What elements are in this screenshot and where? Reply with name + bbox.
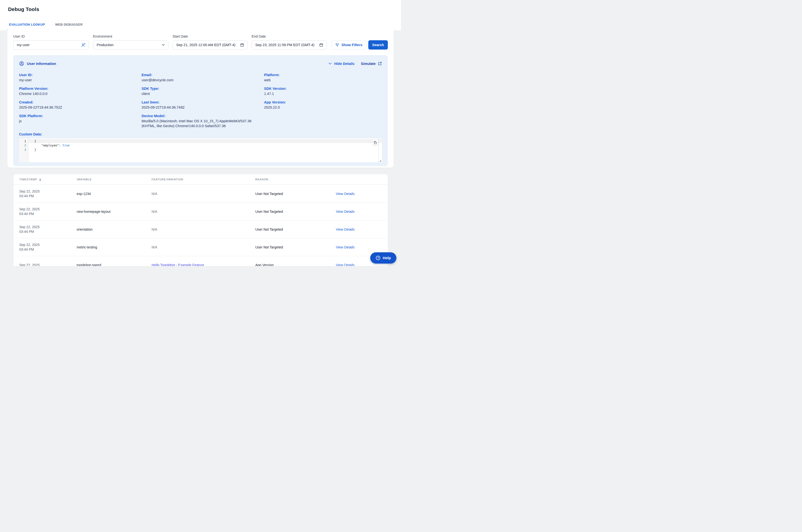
info-last-seen: Last Seen: 2025-09-22T19:44:36.749Z	[141, 100, 264, 110]
evaluation-lookup-card: User ID my-user Environment Production	[7, 28, 394, 168]
end-date-input[interactable]: Sep 23, 2025 11:59 PM EDT (GMT-4)	[252, 40, 327, 50]
start-date-field-group: Start Date Sep 21, 2025 12:00 AM EDT (GM…	[173, 34, 247, 50]
start-date-input[interactable]: Sep 21, 2025 12:00 AM EDT (GMT-4)	[173, 40, 247, 50]
info-created: Created: 2025-09-22T19:44:36.752Z	[19, 100, 141, 110]
start-date-label: Start Date	[173, 34, 247, 39]
editor-scroll-edge	[378, 138, 379, 162]
feature-cell: N/A	[152, 245, 255, 249]
feature-cell: N/A	[152, 210, 255, 213]
user-id-value: my-user	[17, 43, 81, 47]
help-label: Help	[383, 256, 391, 260]
user-info-grid: User ID: my-user Email: user@devcycle.co…	[19, 73, 382, 128]
reason-cell: User Not Targeted	[255, 192, 336, 196]
info-sdk-platform: SDK Platform: js	[19, 113, 141, 128]
question-circle-icon: ?	[376, 255, 381, 260]
feature-cell: Hello Togglebot - Example Feature	[152, 263, 255, 266]
code-line: 2 "employee": true	[19, 144, 382, 148]
user-id-field-group: User ID my-user	[13, 34, 89, 50]
info-email: Email: user@devcycle.com	[141, 73, 264, 82]
info-app-version: App Version: 2025.22.0	[264, 100, 382, 110]
info-platform-version: Platform Version: Chrome 140.0.0.0	[19, 86, 141, 96]
user-circle-icon	[19, 61, 24, 66]
timestamp-cell: Sep 22, 2025 03:44 PM	[19, 243, 77, 252]
view-details-link[interactable]: View Details	[336, 263, 355, 266]
user-id-input[interactable]: my-user	[13, 40, 89, 50]
calendar-icon[interactable]	[240, 43, 244, 47]
user-information-label: User Information	[27, 61, 56, 66]
external-link-icon	[378, 61, 382, 65]
user-information-header: User Information Hide Details Simulate	[19, 61, 382, 66]
table-row: Sep 22, 2025 03:44 PM orientation N/A Us…	[14, 220, 388, 238]
panel-links: Hide Details Simulate	[328, 61, 382, 66]
start-date-value: Sep 21, 2025 12:00 AM EDT (GMT-4)	[176, 43, 240, 47]
calendar-icon[interactable]	[319, 43, 323, 47]
person-add-icon[interactable]	[81, 43, 86, 48]
feature-link[interactable]: Hello Togglebot - Example Feature	[152, 263, 204, 266]
view-details-link[interactable]: View Details	[336, 210, 355, 213]
copy-button[interactable]	[373, 139, 378, 145]
search-button[interactable]: Search	[368, 40, 388, 50]
table-row: Sep 22, 2025 togglebot-speed Hello Toggl…	[14, 256, 388, 266]
column-header-feature-variation[interactable]: FEATURE/VARIATION	[152, 178, 255, 181]
copy-icon	[374, 141, 377, 144]
feature-cell: N/A	[152, 227, 255, 231]
filter-buttons: Show Filters Search	[331, 40, 388, 50]
custom-data-label: Custom Data:	[19, 132, 382, 137]
info-device-model: Device Model: Mozilla/5.0 (Macintosh; In…	[141, 113, 264, 128]
column-header-reason[interactable]: REASON	[255, 178, 336, 181]
table-row: Sep 22, 2025 03:44 PM metric-testing N/A…	[14, 238, 388, 256]
feature-cell: N/A	[152, 192, 255, 196]
user-information-title: User Information	[19, 61, 56, 66]
funnel-icon	[335, 43, 339, 47]
page-title: Debug Tools	[8, 6, 39, 12]
info-user-id: User ID: my-user	[19, 73, 141, 82]
view-details-link[interactable]: View Details	[336, 245, 355, 249]
table-header-row: TIMESTAMP VARIABLE FEATURE/VARIATION REA…	[14, 174, 388, 185]
view-details-link[interactable]: View Details	[336, 227, 355, 231]
table-row: Sep 22, 2025 03:44 PM exp-1234 N/A User …	[14, 185, 388, 203]
environment-field-group: Environment Production	[93, 34, 168, 50]
reason-cell: User Not Targeted	[255, 227, 336, 231]
code-line: 3 }	[19, 148, 382, 152]
info-sdk-type: SDK Type: client	[141, 86, 264, 96]
chevron-down-icon	[328, 61, 332, 65]
environment-value: Production	[97, 43, 161, 47]
custom-data-editor[interactable]: 1 { 2 "employee": true 3 }	[19, 138, 382, 162]
show-filters-label: Show Filters	[341, 43, 362, 47]
filter-row: User ID my-user Environment Production	[13, 34, 388, 50]
sort-desc-icon	[39, 178, 42, 181]
variable-cell: orientation	[77, 227, 152, 231]
user-information-panel: User Information Hide Details Simulate	[13, 55, 388, 166]
evaluations-table: TIMESTAMP VARIABLE FEATURE/VARIATION REA…	[14, 174, 388, 266]
info-platform: Platform: web	[264, 73, 382, 82]
column-header-timestamp[interactable]: TIMESTAMP	[19, 178, 77, 181]
timestamp-cell: Sep 22, 2025	[19, 263, 77, 266]
variable-cell: new-homepage-layout	[77, 210, 152, 213]
reason-cell: App Version	[255, 263, 336, 266]
resize-grip[interactable]	[379, 159, 381, 162]
chevron-down-icon	[161, 43, 165, 47]
timestamp-cell: Sep 22, 2025 03:44 PM	[19, 207, 77, 216]
timestamp-cell: Sep 22, 2025 03:44 PM	[19, 225, 77, 234]
end-date-field-group: End Date Sep 23, 2025 11:59 PM EDT (GMT-…	[252, 34, 327, 50]
table-row: Sep 22, 2025 03:44 PM new-homepage-layou…	[14, 203, 388, 220]
end-date-label: End Date	[252, 34, 327, 39]
environment-select[interactable]: Production	[93, 40, 168, 50]
show-filters-button[interactable]: Show Filters	[331, 40, 366, 50]
simulate-link[interactable]: Simulate	[361, 61, 382, 66]
variable-cell: exp-1234	[77, 192, 152, 196]
hide-details-label: Hide Details	[335, 61, 355, 66]
hide-details-link[interactable]: Hide Details	[328, 61, 355, 66]
simulate-label: Simulate	[361, 61, 376, 66]
column-header-variable[interactable]: VARIABLE	[77, 178, 152, 181]
help-button[interactable]: ? Help	[370, 252, 396, 264]
timestamp-cell: Sep 22, 2025 03:44 PM	[19, 189, 77, 198]
code-lines: 1 { 2 "employee": true 3 }	[19, 138, 382, 152]
variable-cell: metric-testing	[77, 245, 152, 249]
view-details-link[interactable]: View Details	[336, 192, 355, 196]
code-line: 1 {	[19, 139, 382, 144]
reason-cell: User Not Targeted	[255, 210, 336, 213]
info-sdk-version: SDK Version: 1.47.1	[264, 86, 382, 96]
environment-label: Environment	[93, 34, 168, 39]
variable-cell: togglebot-speed	[77, 263, 152, 266]
